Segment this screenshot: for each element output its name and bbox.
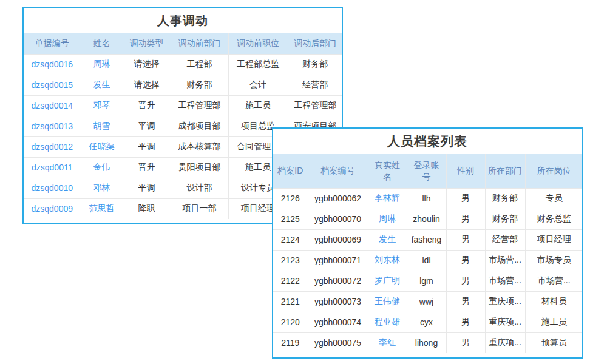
table-cell: 2122 — [273, 271, 308, 291]
table-cell: 工程管理部 — [171, 95, 228, 116]
table-cell: 2119 — [273, 332, 308, 353]
column-header-label: 调动类型 — [126, 38, 168, 49]
table-cell: 成本核算部 — [171, 136, 228, 157]
column-header-label: 调动前职位 — [231, 38, 285, 49]
table-cell: 降职 — [123, 198, 171, 219]
employee-name-link[interactable]: 罗广明 — [368, 271, 407, 291]
table-cell: 市场营... — [485, 271, 525, 291]
table-cell: 市场营... — [485, 250, 525, 271]
header-row: 档案ID档案编号真实姓名登录账号性别所在部门所在岗位 — [273, 154, 583, 188]
employee-name-link[interactable]: 邓琴 — [81, 95, 123, 116]
table-cell: 平调 — [123, 136, 171, 157]
doc-number-link[interactable]: dzsqd0013 — [24, 116, 81, 136]
table-cell: 市场专员 — [525, 250, 583, 271]
table-cell: 设计部 — [171, 178, 228, 198]
doc-number-link[interactable]: dzsqd0014 — [24, 95, 81, 116]
table-cell: 重庆项... — [485, 332, 525, 353]
column-header: 性别 — [446, 154, 485, 188]
table-row: 2119ygbh000075李红lihong男重庆项...预算员 — [273, 332, 583, 353]
employee-name-link[interactable]: 程亚雄 — [368, 312, 407, 332]
table-cell: 重庆项... — [485, 312, 525, 332]
table-cell: ldl — [407, 250, 446, 271]
table-cell: ygbh000070 — [308, 209, 368, 229]
doc-number-link[interactable]: dzsqd0012 — [24, 136, 81, 157]
column-header: 所在部门 — [485, 154, 525, 188]
table-row: 2122ygbh000072罗广明lgm男市场营...市场营... — [273, 271, 583, 291]
table-cell: 2120 — [273, 312, 308, 332]
table-cell: 市场营... — [525, 271, 583, 291]
table-cell: ygbh000071 — [308, 250, 368, 271]
table-cell: 施工员 — [525, 312, 583, 332]
column-header-label: 档案ID — [276, 165, 305, 177]
table-cell: 经营部 — [288, 75, 342, 95]
table-row: 2124ygbh000069发生fasheng男经营部项目经理 — [273, 229, 583, 250]
table-cell: fasheng — [407, 229, 446, 250]
table-cell: 2124 — [273, 229, 308, 250]
table-cell: 财务部 — [288, 54, 342, 75]
table-cell: 男 — [446, 312, 485, 332]
table-cell: ygbh000073 — [308, 291, 368, 312]
doc-number-link[interactable]: dzsqd0009 — [24, 198, 81, 219]
employee-name-link[interactable]: 金伟 — [81, 157, 123, 178]
personnel-archive-table: 档案ID档案编号真实姓名登录账号性别所在部门所在岗位 2126ygbh00006… — [273, 154, 583, 353]
table-cell: wwj — [407, 291, 446, 312]
table-cell: 男 — [446, 250, 485, 271]
table-cell: 男 — [446, 229, 485, 250]
table-cell: 财务部 — [171, 75, 228, 95]
employee-name-link[interactable]: 发生 — [81, 75, 123, 95]
table-cell: 2125 — [273, 209, 308, 229]
table-cell: 财务总监 — [525, 209, 583, 229]
employee-name-link[interactable]: 刘东林 — [368, 250, 407, 271]
table-cell: 经营部 — [485, 229, 525, 250]
table-cell: 晋升 — [123, 157, 171, 178]
employee-name-link[interactable]: 任晓渠 — [81, 136, 123, 157]
header-row: 单据编号姓名调动类型调动前部门调动前职位调动后部门 — [24, 33, 342, 54]
column-header: 调动后部门 — [288, 33, 342, 54]
table-cell: 工程部总监 — [228, 54, 288, 75]
doc-number-link[interactable]: dzsqd0010 — [24, 178, 81, 198]
column-header-label: 真实姓名 — [374, 160, 400, 183]
table-row: 2126ygbh000062李林辉llh男财务部专员 — [273, 188, 583, 209]
column-header: 档案编号 — [308, 154, 368, 188]
column-header-label: 单据编号 — [26, 38, 78, 49]
table-cell: 施工员 — [228, 95, 288, 116]
table-row: 2121ygbh000073王伟健wwj男重庆项...材料员 — [273, 291, 583, 312]
table-cell: 男 — [446, 209, 485, 229]
table-cell: 男 — [446, 291, 485, 312]
personnel-archive-card: 人员档案列表 档案ID档案编号真实姓名登录账号性别所在部门所在岗位 2126yg… — [272, 127, 583, 359]
column-header-label: 登录账号 — [413, 160, 439, 183]
employee-name-link[interactable]: 李林辉 — [368, 188, 407, 209]
column-header: 登录账号 — [407, 154, 446, 188]
column-header-label: 所在部门 — [488, 165, 523, 177]
doc-number-link[interactable]: dzsqd0011 — [24, 157, 81, 178]
table-cell: lihong — [407, 332, 446, 353]
table-cell: 工程管理部 — [288, 95, 342, 116]
table-cell: 财务部 — [485, 209, 525, 229]
doc-number-link[interactable]: dzsqd0015 — [24, 75, 81, 95]
table-cell: zhoulin — [407, 209, 446, 229]
table-cell: 2123 — [273, 250, 308, 271]
employee-name-link[interactable]: 发生 — [368, 229, 407, 250]
employee-name-link[interactable]: 邓林 — [81, 178, 123, 198]
column-header: 调动前职位 — [228, 33, 288, 54]
table-row: dzsqd0016周琳请选择工程部工程部总监财务部 — [24, 54, 342, 75]
employee-name-link[interactable]: 胡雪 — [81, 116, 123, 136]
table-cell: ygbh000074 — [308, 312, 368, 332]
table-cell: 预算员 — [525, 332, 583, 353]
table-cell: 贵阳项目部 — [171, 157, 228, 178]
column-header: 调动前部门 — [171, 33, 228, 54]
column-header: 调动类型 — [123, 33, 171, 54]
table-row: dzsqd0014邓琴晋升工程管理部施工员工程管理部 — [24, 95, 342, 116]
table-cell: 会计 — [228, 75, 288, 95]
table-cell: ygbh000069 — [308, 229, 368, 250]
employee-name-link[interactable]: 李红 — [368, 332, 407, 353]
doc-number-link[interactable]: dzsqd0016 — [24, 54, 81, 75]
employee-name-link[interactable]: 范思哲 — [81, 198, 123, 219]
table-cell: 男 — [446, 188, 485, 209]
employee-name-link[interactable]: 周琳 — [368, 209, 407, 229]
transfer-table-title: 人事调动 — [24, 8, 342, 33]
employee-name-link[interactable]: 周琳 — [81, 54, 123, 75]
employee-name-link[interactable]: 王伟健 — [368, 291, 407, 312]
table-row: 2123ygbh000071刘东林ldl男市场营...市场专员 — [273, 250, 583, 271]
table-cell: 2121 — [273, 291, 308, 312]
